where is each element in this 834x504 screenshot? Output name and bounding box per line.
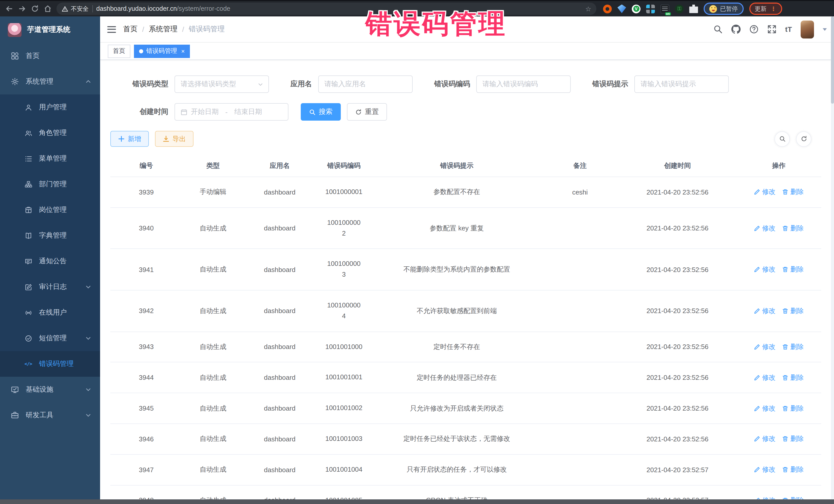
filter-label: 创建时间 xyxy=(110,107,168,116)
cell-app: dashboard xyxy=(244,177,316,207)
export-button[interactable]: 导出 xyxy=(155,131,194,147)
trash-icon xyxy=(782,266,788,272)
delete-link[interactable]: 删除 xyxy=(782,435,804,444)
edit-link[interactable]: 修改 xyxy=(754,188,775,197)
error-type-select[interactable]: 请选择错误码类型 xyxy=(175,75,269,93)
tag-close-icon[interactable]: × xyxy=(181,47,185,54)
error-code-input[interactable]: 请输入错误码编码 xyxy=(476,75,571,93)
cell-remark xyxy=(542,485,618,499)
error-hint-input[interactable]: 请输入错误码提示 xyxy=(634,75,729,93)
forward-icon[interactable] xyxy=(18,5,26,13)
page-scrollbar[interactable] xyxy=(831,17,834,499)
input-placeholder: 请输入应用名 xyxy=(324,80,366,89)
reset-button[interactable]: 重置 xyxy=(347,103,387,120)
sidebar-item-user-management[interactable]: 用户管理 xyxy=(0,94,100,120)
extension-grid-icon[interactable] xyxy=(646,4,655,13)
edit-link[interactable]: 修改 xyxy=(754,465,775,474)
paused-extension-chip[interactable]: 已暂停 xyxy=(704,3,743,15)
sidebar-item-menu-management[interactable]: 菜单管理 xyxy=(0,146,100,171)
delete-link[interactable]: 删除 xyxy=(782,496,804,499)
chevron-down-icon xyxy=(258,82,263,86)
toggle-search-button[interactable] xyxy=(774,131,790,147)
input-placeholder: 请输入错误码提示 xyxy=(640,80,696,89)
sidebar-item-label: 部门管理 xyxy=(39,180,67,189)
security-warning[interactable]: 不安全 xyxy=(62,5,89,13)
edit-link[interactable]: 修改 xyxy=(754,496,775,499)
refresh-table-button[interactable] xyxy=(796,131,811,147)
update-chip[interactable]: 更新 ⋮ xyxy=(749,3,782,15)
user-avatar[interactable] xyxy=(800,20,814,38)
reload-icon[interactable] xyxy=(31,5,39,13)
announcement-icon xyxy=(24,257,32,265)
url-text[interactable]: dashboard.yudao.iocoder.cn/system/error-… xyxy=(96,5,582,12)
avatar-caret-down-icon[interactable] xyxy=(823,28,827,32)
refresh-icon xyxy=(355,109,362,115)
edit-link[interactable]: 修改 xyxy=(754,404,775,413)
sidebar-item-notice-announcement[interactable]: 通知公告 xyxy=(0,248,100,274)
sidebar-item-devtools[interactable]: 研发工具 xyxy=(0,402,100,428)
sidebar-item-infrastructure[interactable]: 基础设施 xyxy=(0,377,100,402)
bookmark-star-icon[interactable]: ☆ xyxy=(585,5,591,13)
sidebar-item-department-management[interactable]: 部门管理 xyxy=(0,171,100,197)
delete-link[interactable]: 删除 xyxy=(782,404,804,413)
extension-orange-icon[interactable] xyxy=(603,4,612,13)
hamburger-icon[interactable] xyxy=(107,26,116,32)
sidebar-item-sms-management[interactable]: 短信管理 xyxy=(0,325,100,351)
extension-green-icon[interactable]: V xyxy=(632,4,640,13)
download-icon xyxy=(163,135,169,142)
search-button[interactable]: 搜索 xyxy=(301,103,341,120)
breadcrumb-home[interactable]: 首页 xyxy=(123,25,137,34)
delete-link[interactable]: 删除 xyxy=(782,342,804,352)
extension-list-icon[interactable] xyxy=(660,4,669,13)
back-icon[interactable] xyxy=(5,5,13,13)
font-size-icon[interactable]: tT xyxy=(785,25,792,34)
reset-button-label: 重置 xyxy=(365,107,379,116)
help-icon[interactable] xyxy=(749,25,759,34)
edit-link[interactable]: 修改 xyxy=(754,223,775,233)
scrollbar-thumb[interactable] xyxy=(831,17,834,104)
extensions-puzzle-icon[interactable] xyxy=(689,4,698,13)
cell-time: 2021-04-20 23:52:56 xyxy=(618,290,737,332)
github-icon[interactable] xyxy=(731,25,741,34)
home-icon[interactable] xyxy=(44,5,52,13)
delete-link[interactable]: 删除 xyxy=(782,465,804,474)
sidebar-item-post-management[interactable]: 岗位管理 xyxy=(0,197,100,223)
delete-link[interactable]: 删除 xyxy=(782,188,804,197)
search-icon[interactable] xyxy=(714,25,723,34)
sidebar-item-online-users[interactable]: 在线用户 xyxy=(0,300,100,325)
delete-link[interactable]: 删除 xyxy=(782,265,804,274)
sidebar-item-error-code-management[interactable]: </> 错误码管理 xyxy=(0,351,100,377)
cell-type: 自动生成 xyxy=(182,207,244,249)
fullscreen-icon[interactable] xyxy=(767,25,776,34)
extension-key-icon[interactable]: ⚿ xyxy=(675,4,684,13)
breadcrumb-system[interactable]: 系统管理 xyxy=(149,25,178,34)
edit-link[interactable]: 修改 xyxy=(754,435,775,444)
edit-link[interactable]: 修改 xyxy=(754,265,775,274)
app-logo-area[interactable]: 芋道管理系统 xyxy=(0,17,100,43)
sidebar-item-role-management[interactable]: 角色管理 xyxy=(0,120,100,146)
table-row: 3942自动生成dashboard100100000 4不允许获取敏感配置到前端… xyxy=(110,290,821,332)
address-bar[interactable]: 不安全 dashboard.yudao.iocoder.cn/system/er… xyxy=(57,3,596,15)
tag-error-code-management[interactable]: 错误码管理 × xyxy=(134,44,190,58)
delete-link[interactable]: 删除 xyxy=(782,306,804,316)
cell-hint: 定时任务不存在 xyxy=(372,332,542,363)
cell-code: 100100000 2 xyxy=(316,207,372,249)
extension-gem-icon[interactable] xyxy=(617,4,626,13)
sidebar-item-audit-log[interactable]: 审计日志 xyxy=(0,274,100,300)
delete-link[interactable]: 删除 xyxy=(782,223,804,233)
extensions-area: V ⚿ 已暂停 更新 ⋮ xyxy=(603,3,782,15)
delete-link[interactable]: 删除 xyxy=(782,373,804,382)
sidebar-item-dict-management[interactable]: 字典管理 xyxy=(0,223,100,248)
trash-icon xyxy=(782,497,788,499)
kebab-menu-icon[interactable]: ⋮ xyxy=(771,8,776,10)
tag-home[interactable]: 首页 xyxy=(108,44,130,58)
date-separator: - xyxy=(222,108,231,116)
app-name-input[interactable]: 请输入应用名 xyxy=(318,75,413,93)
add-button[interactable]: 新增 xyxy=(110,131,149,147)
create-time-range-picker[interactable]: 开始日期 - 结束日期 xyxy=(175,103,288,120)
edit-link[interactable]: 修改 xyxy=(754,373,775,382)
edit-link[interactable]: 修改 xyxy=(754,306,775,316)
sidebar-item-home[interactable]: 首页 xyxy=(0,43,100,69)
edit-link[interactable]: 修改 xyxy=(754,342,775,352)
sidebar-item-system-management[interactable]: 系统管理 xyxy=(0,69,100,94)
